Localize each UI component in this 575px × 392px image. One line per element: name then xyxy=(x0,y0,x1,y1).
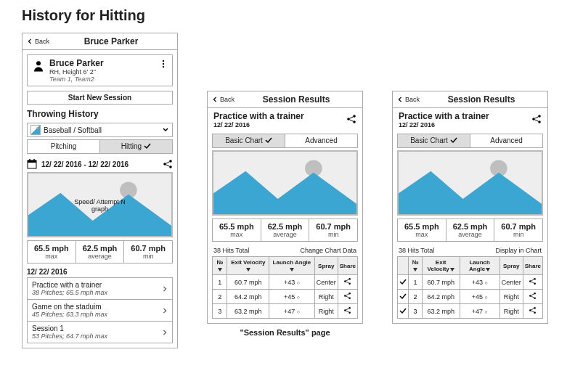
col-share: Share xyxy=(523,257,542,275)
table-row[interactable]: 363.2 mph+47 ○Right xyxy=(398,304,543,319)
activity-tabs: Pitching Hitting xyxy=(27,139,173,154)
table-row[interactable]: 160.7 mph+43 ○Center xyxy=(213,275,358,290)
svg-point-22 xyxy=(349,283,351,285)
session-row[interactable]: Practice with a trainer38 Pitches; 65.5 … xyxy=(27,277,173,299)
svg-line-44 xyxy=(531,279,534,281)
person-icon xyxy=(32,60,45,73)
table-row[interactable]: 160.7 mph+43 ○Center xyxy=(398,275,543,290)
tab-hitting[interactable]: Hitting xyxy=(100,140,172,153)
svg-point-20 xyxy=(349,278,351,280)
svg-point-43 xyxy=(534,283,537,285)
svg-point-2 xyxy=(163,63,164,65)
page-title: History for Hitting xyxy=(22,7,553,24)
date-range: 12/ 22/ 2016 - 12/ 22/ 2016 xyxy=(41,160,129,168)
svg-point-31 xyxy=(344,310,346,312)
col-launch-angle[interactable]: Launch Angle xyxy=(269,257,315,275)
row-share-icon[interactable] xyxy=(338,275,357,290)
tab-advanced[interactable]: Advanced xyxy=(285,134,357,147)
chevron-right-icon xyxy=(162,330,168,335)
session-title: Practice with a trainer xyxy=(393,108,547,121)
svg-point-30 xyxy=(349,307,351,309)
chevron-right-icon xyxy=(162,286,168,292)
row-share-icon[interactable] xyxy=(523,290,542,304)
chart-tabs: Basic Chart Advanced xyxy=(397,134,543,148)
col-n[interactable]: № xyxy=(409,257,423,275)
chart-area: Speed/ Attempt N graph xyxy=(27,172,173,237)
col-launch-angle[interactable]: Launch Angle xyxy=(460,257,499,275)
row-share-icon[interactable] xyxy=(338,290,357,304)
col-share: Share xyxy=(338,257,357,275)
back-button[interactable]: Back xyxy=(397,96,420,103)
row-check-icon[interactable] xyxy=(398,304,409,319)
back-button[interactable]: Back xyxy=(212,96,235,103)
svg-line-45 xyxy=(531,282,534,283)
col-n[interactable]: № xyxy=(213,257,227,275)
menu-dots-icon[interactable] xyxy=(159,60,168,68)
tab-pitching[interactable]: Pitching xyxy=(28,140,100,153)
svg-point-8 xyxy=(169,160,172,163)
svg-point-37 xyxy=(538,121,541,123)
row-share-icon[interactable] xyxy=(523,304,542,319)
chart-area xyxy=(212,150,358,216)
svg-rect-5 xyxy=(28,160,36,163)
nav-title: Session Results xyxy=(420,94,543,105)
col-spray[interactable]: Spray xyxy=(499,257,523,275)
tab-advanced[interactable]: Advanced xyxy=(470,134,542,147)
session-date: 12/ 22/ 2016 xyxy=(208,121,362,131)
table-row[interactable]: 264.2 mph+45 ○Right xyxy=(398,290,543,304)
check-icon xyxy=(144,142,151,151)
sport-select[interactable]: Baseball / Softball xyxy=(27,123,173,137)
svg-line-33 xyxy=(346,309,349,310)
row-check-icon[interactable] xyxy=(398,275,409,290)
svg-point-3 xyxy=(163,66,164,68)
col-exit-velocity[interactable]: Exit Velocity xyxy=(227,257,269,275)
display-chart-link[interactable]: Display in Chart xyxy=(495,247,542,254)
svg-point-32 xyxy=(349,312,351,314)
svg-line-34 xyxy=(346,311,349,312)
share-icon[interactable] xyxy=(346,114,356,124)
svg-line-12 xyxy=(166,165,170,166)
svg-point-47 xyxy=(529,295,531,298)
chart-area xyxy=(397,150,543,216)
svg-line-29 xyxy=(346,296,349,298)
check-icon xyxy=(265,136,272,145)
row-check-icon[interactable] xyxy=(398,290,409,304)
svg-point-36 xyxy=(532,118,535,121)
change-chart-link[interactable]: Change Chart Data xyxy=(300,247,356,254)
svg-point-26 xyxy=(344,295,346,298)
phone-results-2: Back Session Results Practice with a tra… xyxy=(392,91,548,324)
calendar-icon[interactable] xyxy=(27,159,37,169)
svg-point-51 xyxy=(534,307,537,309)
session-row[interactable]: Session 153 Pitches; 64.7 mph max xyxy=(27,321,173,343)
svg-line-23 xyxy=(346,279,349,281)
back-button[interactable]: Back xyxy=(27,38,49,45)
nav-title: Bruce Parker xyxy=(49,36,173,46)
start-session-button[interactable]: Start New Session xyxy=(27,91,173,105)
tab-basic[interactable]: Basic Chart xyxy=(213,134,285,147)
svg-point-46 xyxy=(534,293,537,295)
share-icon[interactable] xyxy=(531,114,542,124)
row-share-icon[interactable] xyxy=(523,275,542,290)
table-row[interactable]: 363.2 mph+47 ○Right xyxy=(213,304,358,319)
player-stats: RH, Height 6' 2" xyxy=(49,68,104,75)
hits-total: 38 Hits Total xyxy=(213,247,249,254)
hits-total: 38 Hits Total xyxy=(399,247,434,254)
svg-point-9 xyxy=(163,163,166,166)
svg-line-11 xyxy=(166,162,170,163)
table-row[interactable]: 264.2 mph+45 ○Right xyxy=(213,290,358,304)
svg-line-18 xyxy=(350,120,354,121)
session-row[interactable]: Game on the staduim45 Pitches; 63.3 mph … xyxy=(27,299,173,321)
section-title: Throwing History xyxy=(23,107,177,121)
col-exit-velocity[interactable]: Exit Velocity xyxy=(422,257,460,275)
tab-basic[interactable]: Basic Chart xyxy=(398,134,470,147)
svg-line-50 xyxy=(531,296,534,298)
col-spray[interactable]: Spray xyxy=(314,257,338,275)
svg-point-15 xyxy=(347,118,350,121)
row-share-icon[interactable] xyxy=(338,304,357,319)
hits-table: № Exit Velocity Launch Angle Spray Share… xyxy=(397,256,543,319)
svg-line-54 xyxy=(531,309,534,310)
chart-label: Speed/ Attempt N graph xyxy=(28,199,171,213)
svg-line-17 xyxy=(350,117,354,118)
share-icon[interactable] xyxy=(163,159,173,169)
svg-line-38 xyxy=(535,117,539,118)
